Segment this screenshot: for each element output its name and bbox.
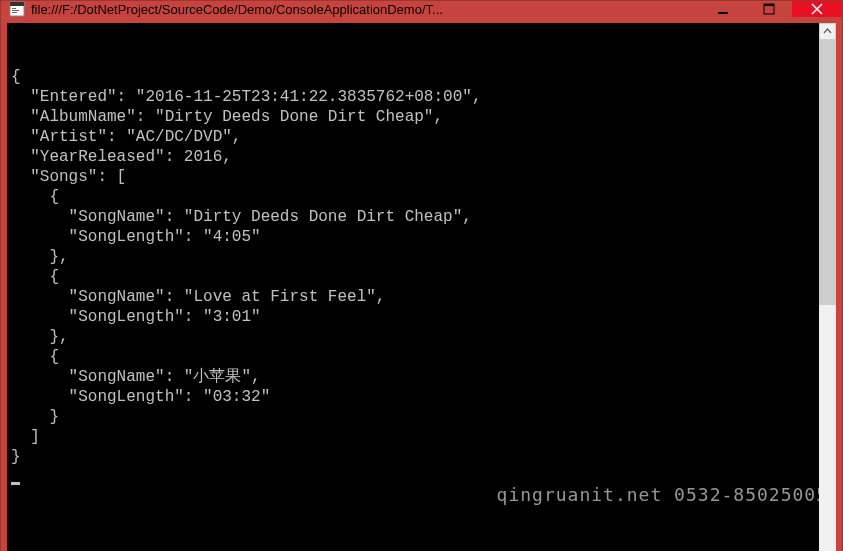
cursor	[11, 482, 20, 485]
window-controls	[700, 1, 842, 17]
console-area[interactable]: { "Entered": "2016-11-25T23:41:22.383576…	[7, 23, 836, 551]
chevron-up-icon	[823, 27, 832, 36]
svg-rect-3	[12, 10, 19, 11]
minimize-button[interactable]	[700, 1, 746, 17]
maximize-button[interactable]	[746, 1, 792, 17]
console-window: file:///F:/DotNetProject/SourceCode/Demo…	[0, 0, 843, 551]
scrollbar-track[interactable]	[819, 40, 836, 551]
titlebar[interactable]: file:///F:/DotNetProject/SourceCode/Demo…	[1, 1, 842, 17]
minimize-icon	[717, 3, 729, 15]
scrollbar-up-button[interactable]	[819, 23, 836, 40]
json-output-text: { "Entered": "2016-11-25T23:41:22.383576…	[11, 68, 481, 466]
close-button[interactable]	[792, 1, 842, 17]
svg-rect-4	[12, 12, 17, 13]
svg-rect-7	[764, 4, 774, 6]
svg-rect-1	[10, 2, 24, 6]
window-title: file:///F:/DotNetProject/SourceCode/Demo…	[31, 2, 700, 17]
console-frame: { "Entered": "2016-11-25T23:41:22.383576…	[1, 17, 842, 551]
vertical-scrollbar[interactable]	[819, 23, 836, 551]
console-output: { "Entered": "2016-11-25T23:41:22.383576…	[11, 67, 836, 487]
scrollbar-thumb[interactable]	[819, 40, 836, 305]
maximize-icon	[763, 3, 775, 15]
watermark: qingruanit.net 0532-85025005	[497, 485, 828, 505]
svg-rect-5	[718, 12, 728, 14]
app-icon	[9, 1, 25, 17]
svg-rect-2	[12, 8, 16, 9]
close-icon	[811, 3, 823, 15]
